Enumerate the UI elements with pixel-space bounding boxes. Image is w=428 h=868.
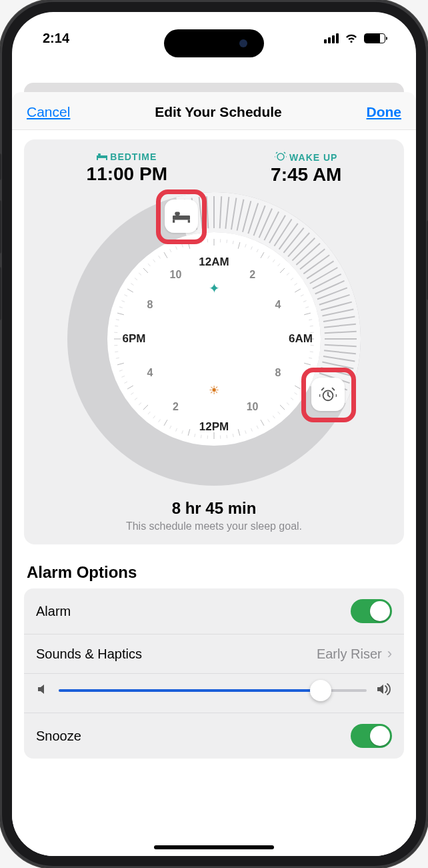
svg-line-87	[278, 412, 280, 414]
battery-icon	[364, 33, 385, 43]
svg-line-95	[233, 434, 233, 437]
alarm-clock-icon	[275, 151, 287, 163]
svg-line-96	[227, 435, 227, 438]
alarm-toggle[interactable]	[351, 599, 392, 623]
duration-message: This schedule meets your sleep goal.	[35, 520, 393, 532]
duration-block: 8 hr 45 min This schedule meets your sle…	[35, 499, 393, 532]
clock-2: 2	[249, 269, 255, 281]
svg-line-65	[295, 284, 297, 286]
svg-rect-148	[188, 220, 190, 223]
volume-down-button	[0, 267, 1, 320]
svg-line-88	[273, 416, 275, 418]
home-indicator[interactable]	[154, 845, 274, 849]
svg-line-133	[139, 273, 141, 275]
svg-line-94	[238, 429, 240, 436]
svg-line-84	[291, 398, 293, 400]
svg-line-104	[176, 428, 177, 432]
svg-line-56	[251, 246, 252, 250]
clock-12pm: 12PM	[199, 420, 229, 434]
clock-6pm: 6PM	[123, 332, 146, 346]
svg-line-59	[268, 256, 270, 258]
svg-line-70	[304, 313, 311, 315]
cellular-icon	[324, 33, 339, 43]
svg-line-79	[305, 370, 309, 372]
svg-line-61	[278, 264, 280, 266]
stars-icon: ✦	[209, 280, 220, 296]
svg-line-129	[124, 295, 127, 296]
svg-line-106	[164, 420, 167, 426]
wakeup-value: 7:45 AM	[271, 164, 341, 185]
clock-8: 8	[147, 299, 153, 311]
svg-line-93	[245, 430, 247, 434]
svg-line-55	[245, 244, 247, 248]
schedule-dial-card: BEDTIME 11:00 PM WAKE UP 7:45 AM	[24, 139, 404, 544]
snooze-toggle[interactable]	[351, 724, 392, 748]
clock-4: 4	[275, 299, 281, 311]
alarm-label: Alarm	[36, 604, 71, 619]
bed-icon	[97, 151, 107, 162]
svg-line-108	[153, 416, 155, 418]
svg-line-68	[303, 301, 307, 302]
svg-line-66	[295, 289, 301, 292]
svg-line-111	[139, 403, 141, 405]
cancel-button[interactable]: Cancel	[27, 104, 70, 120]
sounds-haptics-row[interactable]: Sounds & Haptics Early Riser ›	[24, 634, 404, 674]
svg-line-128	[121, 301, 125, 302]
wifi-icon	[344, 29, 359, 47]
svg-line-118	[117, 363, 124, 365]
svg-line-113	[131, 393, 133, 395]
svg-line-134	[143, 268, 148, 273]
bedtime-handle[interactable]	[165, 199, 198, 233]
svg-line-71	[309, 320, 312, 320]
svg-line-90	[261, 420, 264, 426]
svg-line-127	[119, 307, 123, 308]
wakeup-handle[interactable]	[311, 378, 345, 411]
volume-slider[interactable]	[59, 681, 367, 701]
volume-row	[24, 674, 404, 713]
volume-high-icon	[376, 683, 392, 699]
status-icons	[324, 29, 385, 47]
svg-line-103	[182, 430, 183, 434]
svg-rect-149	[175, 212, 180, 215]
wakeup-block: WAKE UP 7:45 AM	[271, 151, 341, 185]
svg-line-117	[119, 370, 123, 372]
snooze-label: Snooze	[36, 729, 81, 744]
done-button[interactable]: Done	[367, 104, 402, 120]
chevron-right-icon: ›	[387, 645, 392, 663]
sounds-label: Sounds & Haptics	[36, 646, 142, 662]
svg-line-137	[159, 256, 161, 258]
svg-line-110	[143, 405, 148, 410]
alarm-options-list: Alarm Sounds & Haptics Early Riser ›	[24, 588, 404, 759]
svg-line-54	[238, 242, 240, 249]
bedtime-block: BEDTIME 11:00 PM	[87, 151, 167, 185]
svg-line-141	[182, 244, 183, 248]
svg-line-80	[303, 376, 307, 377]
volume-up-button	[0, 200, 1, 254]
screen: 2:14 Cancel Edit Your Schedule Done	[12, 12, 416, 856]
svg-line-67	[301, 295, 303, 296]
svg-line-69	[305, 307, 309, 308]
svg-point-4	[277, 153, 284, 160]
wakeup-label: WAKE UP	[271, 151, 341, 163]
modal-title: Edit Your Schedule	[155, 104, 282, 120]
svg-line-72	[310, 326, 313, 326]
clock-12am: 12AM	[199, 256, 229, 269]
svg-line-102	[188, 429, 190, 436]
volume-low-icon	[36, 683, 49, 699]
svg-rect-3	[98, 153, 101, 155]
sun-icon: ☀	[209, 383, 219, 398]
clock-6am: 6AM	[289, 332, 313, 346]
svg-line-60	[273, 260, 275, 262]
svg-rect-146	[173, 215, 190, 220]
modal-header: Cancel Edit Your Schedule Done	[12, 92, 416, 130]
sleep-dial[interactable]: ✦ ☀ 12AM 12PM 6PM 6AM 10 2 8 4 4 8 2 10	[67, 192, 361, 486]
svg-line-119	[116, 358, 119, 358]
time-labels: BEDTIME 11:00 PM WAKE UP 7:45 AM	[35, 151, 393, 185]
svg-line-81	[301, 382, 303, 383]
svg-line-92	[251, 428, 252, 432]
sounds-value: Early Riser	[317, 646, 382, 662]
svg-line-143	[195, 241, 195, 244]
svg-line-57	[257, 249, 258, 252]
bedtime-value: 11:00 PM	[87, 163, 167, 185]
svg-line-76	[310, 352, 313, 352]
